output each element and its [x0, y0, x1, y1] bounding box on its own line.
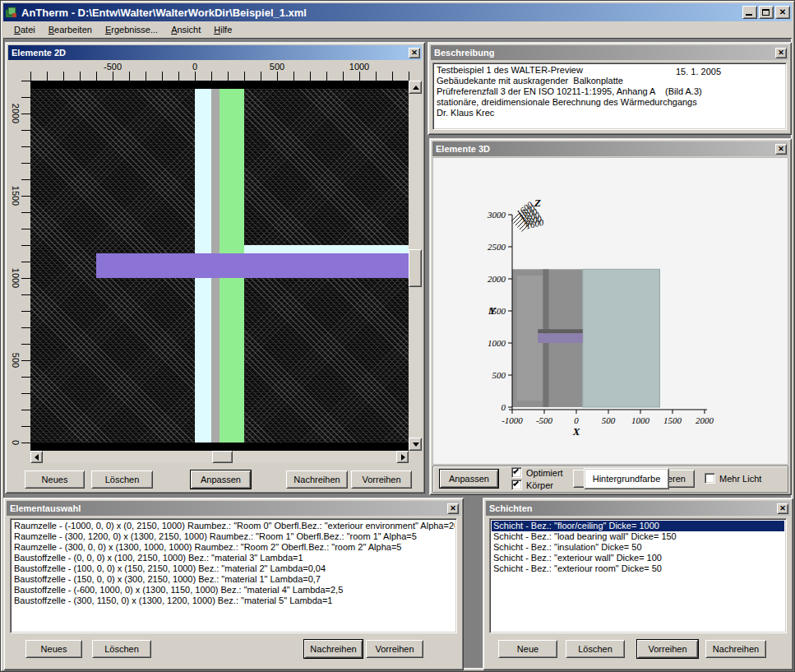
- checkbox-optimiert[interactable]: Optimiert: [511, 467, 563, 478]
- svg-text:-500: -500: [536, 415, 553, 425]
- menu-item-bearbeiten[interactable]: Bearbeiten: [43, 23, 98, 36]
- vorreihen-button[interactable]: Vorreihen: [351, 470, 412, 489]
- tick: [21, 114, 30, 114]
- canvas-2d[interactable]: [30, 81, 409, 451]
- list-item[interactable]: Schicht - Bez.: "load bearing wall" Dick…: [492, 531, 784, 542]
- scroll-right-button[interactable]: [396, 451, 409, 463]
- scroll-left-button[interactable]: [30, 451, 43, 463]
- window-beschreibung: Beschreibung ✕ 15. 1. 2005 Testbeispiel …: [428, 42, 792, 135]
- vorreihen-button[interactable]: Vorreihen: [366, 640, 423, 658]
- app-window: AnTherm - D:\Entw\Walter\WalterWorkDir\B…: [0, 0, 795, 672]
- beschreibung-text: 15. 1. 2005 Testbeispiel 1 des WALTER-Pr…: [432, 63, 787, 130]
- list-item[interactable]: Raumzelle - (300, 0, 0) x (1300, 1000, 1…: [12, 542, 455, 553]
- menu-item-ergebnisse[interactable]: Ergebnisse...: [99, 23, 164, 36]
- loeschen-button[interactable]: Löschen: [566, 640, 625, 658]
- ruler-y-label: 1000: [11, 268, 21, 288]
- scroll-down-button[interactable]: [409, 438, 422, 451]
- optimiert-checkbox[interactable]: [511, 467, 522, 478]
- schichten-close-button[interactable]: ✕: [777, 503, 788, 514]
- tick: [21, 229, 30, 229]
- svg-text:0: 0: [501, 402, 506, 412]
- vorreihen-button[interactable]: Vorreihen: [637, 640, 698, 658]
- hintergrundfarbe-button[interactable]: Hintergrundfarbe: [584, 468, 669, 489]
- plot-3d: -1000-5000500100015002000050010001500200…: [433, 158, 788, 464]
- tick: [21, 81, 30, 81]
- tick: [21, 212, 30, 213]
- tick: [228, 72, 229, 81]
- close-button[interactable]: ✕: [775, 6, 790, 19]
- cell-material-5[interactable]: [244, 245, 409, 253]
- list-item[interactable]: Raumzelle - (-1000, 0, 0) x (0, 2150, 10…: [12, 521, 455, 531]
- beschreibung-close-button[interactable]: ✕: [775, 48, 787, 58]
- list-item[interactable]: Baustoffzelle - (300, 1150, 0) x (1300, …: [12, 596, 455, 606]
- nachreihen-button[interactable]: Nachreihen: [705, 640, 766, 658]
- minimize-button[interactable]: [742, 6, 757, 19]
- beschreibung-title: Beschreibung: [434, 48, 775, 58]
- tick: [113, 72, 113, 81]
- vertical-scrollbar[interactable]: [409, 81, 422, 451]
- tick: [162, 72, 163, 81]
- list-item[interactable]: Schicht - Bez.: "insulation" Dicke= 50: [492, 542, 784, 553]
- list-item[interactable]: Baustoffzelle - (150, 0, 0) x (300, 2150…: [12, 574, 455, 585]
- elementauswahl-list[interactable]: Raumzelle - (-1000, 0, 0) x (0, 2150, 10…: [10, 518, 457, 633]
- tick: [21, 327, 30, 328]
- schichten-list[interactable]: Schicht - Bez.: "floor/ceiling" Dicke= 1…: [489, 518, 787, 633]
- description-line: stationäre, dreidimensionale Berechnung …: [437, 97, 783, 108]
- menu-item-datei[interactable]: Datei: [8, 23, 41, 36]
- tick: [80, 72, 81, 81]
- ruler-x-label: 1000: [349, 62, 369, 72]
- elemente2d-close-button[interactable]: ✕: [409, 48, 420, 58]
- schichten-title: Schichten: [489, 503, 777, 513]
- list-item[interactable]: Baustoffzelle - (0, 0, 0) x (100, 2150, …: [12, 553, 455, 563]
- tick: [244, 72, 245, 81]
- tick: [409, 72, 409, 81]
- window-elemente-3d: Elemente 3D ✕ -1000-50005001000150020000…: [429, 138, 792, 495]
- tick: [326, 72, 327, 81]
- anpassen-button[interactable]: Anpassen: [191, 470, 251, 489]
- tick: [376, 72, 377, 81]
- mehr-licht-label: Mehr Licht: [719, 474, 761, 484]
- neues-button[interactable]: Neues: [25, 640, 82, 658]
- tick: [21, 97, 30, 98]
- nachreihen-button[interactable]: Nachreihen: [304, 640, 363, 658]
- checkbox-mehr-licht[interactable]: Mehr Licht: [705, 473, 761, 484]
- loeschen-button[interactable]: Löschen: [91, 470, 153, 489]
- cell-material-4[interactable]: [96, 253, 409, 278]
- description-line: Gebäudekante mit auskragender Balkonplat…: [437, 76, 783, 86]
- close-icon: ✕: [779, 504, 786, 512]
- list-item[interactable]: Schicht - Bez.: "floor/ceiling" Dicke= 1…: [492, 521, 784, 531]
- beschreibung-titlebar: Beschreibung ✕: [431, 45, 788, 60]
- list-item[interactable]: Raumzelle - (300, 1200, 0) x (1300, 2150…: [12, 531, 455, 542]
- horizontal-scroll-thumb[interactable]: [212, 451, 233, 463]
- arrow-up-icon: [413, 86, 419, 90]
- menu-item-ansicht[interactable]: Ansicht: [165, 23, 206, 36]
- axis-x-label: X: [572, 425, 580, 438]
- description-line: Testbeispiel 1 des WALTER-Preview: [437, 65, 783, 76]
- horizontal-scrollbar[interactable]: [30, 451, 409, 463]
- svg-text:0: 0: [574, 415, 579, 425]
- elemente3d-close-button[interactable]: ✕: [775, 144, 787, 155]
- loeschen-button[interactable]: Löschen: [92, 640, 151, 658]
- anpassen-3d-button[interactable]: Anpassen: [440, 470, 498, 488]
- plot-3d-area[interactable]: -1000-5000500100015002000050010001500200…: [432, 157, 788, 465]
- vertical-scroll-thumb[interactable]: [409, 249, 422, 287]
- list-item[interactable]: Baustoffzelle - (-600, 1000, 0) x (1300,…: [12, 585, 455, 596]
- mehr-licht-checkbox[interactable]: [705, 473, 715, 484]
- optimiert-label: Optimiert: [526, 468, 563, 478]
- tick: [195, 72, 196, 81]
- nachreihen-button[interactable]: Nachreihen: [286, 470, 348, 489]
- neue-button[interactable]: Neue: [498, 640, 557, 658]
- scroll-up-button[interactable]: [409, 81, 422, 94]
- checkbox-koerper[interactable]: Körper: [511, 480, 553, 490]
- svg-text:3000: 3000: [487, 210, 506, 220]
- list-item[interactable]: Baustoffzelle - (100, 0, 0) x (150, 2150…: [12, 563, 455, 574]
- list-item[interactable]: Schicht - Bez.: "exteriour wall" Dicke= …: [492, 553, 784, 563]
- koerper-checkbox[interactable]: [511, 480, 522, 490]
- tick: [21, 294, 30, 295]
- maximize-button[interactable]: [759, 6, 774, 19]
- tick: [63, 72, 64, 81]
- menu-item-hilfe[interactable]: Hilfe: [208, 23, 238, 36]
- neues-button[interactable]: Neues: [25, 470, 85, 489]
- list-item[interactable]: Schicht - Bez.: "exteriour room" Dicke= …: [492, 563, 784, 574]
- elementauswahl-close-button[interactable]: ✕: [447, 503, 459, 514]
